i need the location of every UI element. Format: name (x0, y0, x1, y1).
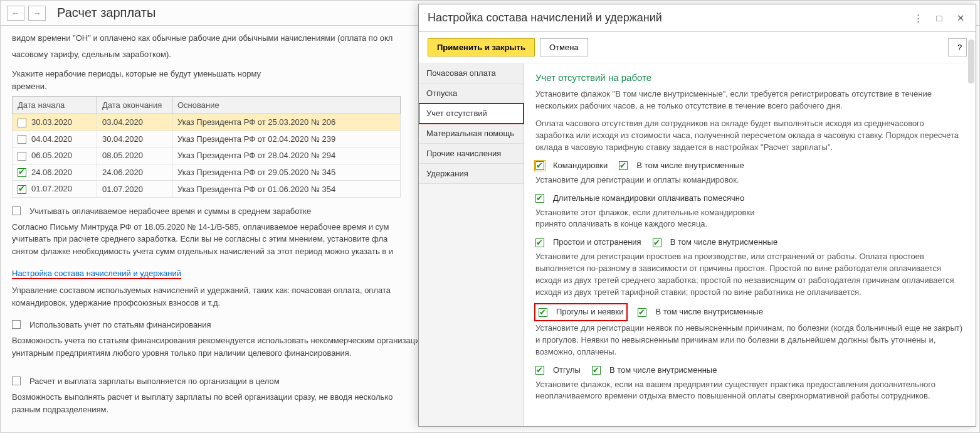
table-row[interactable]: 06.05.202008.05.2020Указ Президента РФ о… (13, 147, 401, 164)
d-idle: Установите для регистрации простоев на п… (535, 251, 964, 298)
fin-desc: Возможность учета по статьям финансирова… (12, 334, 481, 359)
opt-idle-intrashift[interactable]: В том числе внутрисменные (653, 237, 777, 249)
modal-header: Настройка состава начислений и удержаний… (419, 4, 976, 32)
checkbox-icon (535, 238, 544, 247)
checkbox-icon[interactable] (18, 168, 26, 177)
table-row[interactable]: 01.07.202001.07.2020Указ Президента РФ о… (13, 181, 401, 198)
opt-trips-intrashift[interactable]: В том числе внутрисменные (619, 160, 744, 172)
checkbox-icon (539, 308, 547, 317)
side-tab-5[interactable]: Удержания (419, 164, 524, 184)
help-button[interactable]: ? (948, 38, 967, 56)
checkbox-icon (12, 320, 21, 329)
checkbox-icon (535, 161, 544, 170)
pane-p1: Установите флажок "В том числе внутрисме… (535, 88, 964, 112)
modal-title: Настройка состава начислений и удержаний (428, 11, 662, 24)
close-icon[interactable]: ✕ (954, 12, 967, 24)
checkbox-icon (12, 377, 21, 385)
more-icon[interactable]: ⋮ (912, 12, 924, 24)
apply-close-button[interactable]: Применить и закрыть (428, 38, 535, 56)
opt-absent[interactable]: Прогулы и неявки (535, 304, 626, 320)
checkbox-icon[interactable] (18, 152, 26, 161)
avg-desc: Согласно Письму Минтруда РФ от 18.05.202… (12, 221, 413, 258)
checkbox-icon[interactable] (18, 135, 26, 144)
checkbox-icon (592, 366, 601, 375)
nav-back-button[interactable]: ← (7, 6, 24, 21)
checkbox-icon (653, 238, 661, 247)
checkbox-icon (12, 206, 21, 215)
side-tabs: Почасовая оплатаОтпускаУчет отсутствийМа… (419, 63, 524, 426)
col-end: Дата окончания (97, 97, 172, 114)
settings-modal: Настройка состава начислений и удержаний… (418, 4, 976, 427)
d-comp: Установите флажок, если на вашем предпри… (535, 379, 964, 403)
checkbox-icon (535, 194, 544, 203)
table-row[interactable]: 04.04.202030.04.2020Указ Президента РФ о… (13, 131, 401, 147)
cancel-button[interactable]: Отмена (540, 38, 588, 56)
d-absent: Установите для регистрации неявок по нев… (535, 323, 964, 358)
pane-heading: Учет отсутствий на работе (535, 71, 964, 85)
checkbox-icon[interactable] (18, 119, 26, 127)
opt-absent-intrashift[interactable]: В том числе внутрисменные (638, 306, 762, 318)
opt-financing[interactable]: Использовать учет по статьям финансирова… (12, 320, 481, 329)
whole-desc: Возможность выполнять расчет и выплату з… (12, 391, 413, 415)
checkbox-icon (619, 161, 628, 170)
opt-comp-intrashift[interactable]: В том числе внутрисменные (592, 365, 717, 377)
intro-text-3: Укажите нерабочие периоды, которые не бу… (12, 68, 263, 92)
nav-forward-button[interactable]: → (28, 6, 46, 21)
col-basis: Основание (172, 97, 401, 114)
checkbox-icon[interactable] (18, 185, 26, 194)
side-tab-0[interactable]: Почасовая оплата (419, 63, 524, 83)
side-tab-2[interactable]: Учет отсутствий (419, 104, 524, 124)
d-trips: Установите для регистрации и оплаты кома… (535, 174, 964, 186)
opt-longtrips[interactable]: Длительные командировки оплачивать помес… (535, 193, 744, 205)
d-longtrips: Установите этот флажок, если длительные … (535, 207, 774, 231)
side-tab-1[interactable]: Отпуска (419, 83, 524, 104)
pane-absence: Учет отсутствий на работе Установите фла… (524, 63, 976, 426)
modal-toolbar: Применить и закрыть Отмена ? (419, 32, 976, 63)
table-row[interactable]: 24.06.202024.06.2020Указ Президента РФ о… (13, 164, 401, 181)
col-start: Дата начала (13, 97, 97, 114)
periods-table: Дата начала Дата окончания Основание 30.… (12, 96, 401, 198)
opt-idle[interactable]: Простои и отстранения (535, 237, 641, 249)
table-row[interactable]: 30.03.202003.04.2020Указ Президента РФ о… (13, 114, 401, 131)
side-tab-3[interactable]: Материальная помощь (419, 124, 524, 144)
checkbox-icon (638, 308, 646, 317)
link-accruals-settings[interactable]: Настройка состава начислений и удержаний (12, 269, 181, 279)
opt-trips[interactable]: Командировки (535, 160, 608, 172)
checkbox-icon (535, 366, 544, 375)
side-tab-4[interactable]: Прочие начисления (419, 144, 524, 164)
opt-comp[interactable]: Отгулы (535, 365, 581, 377)
link-desc: Управление составом используемых начисле… (12, 284, 413, 309)
maximize-icon[interactable]: □ (933, 12, 946, 24)
page-title: Расчет зарплаты (57, 6, 155, 20)
pane-p2: Оплата часового отсутствия для сотрудник… (535, 118, 964, 154)
